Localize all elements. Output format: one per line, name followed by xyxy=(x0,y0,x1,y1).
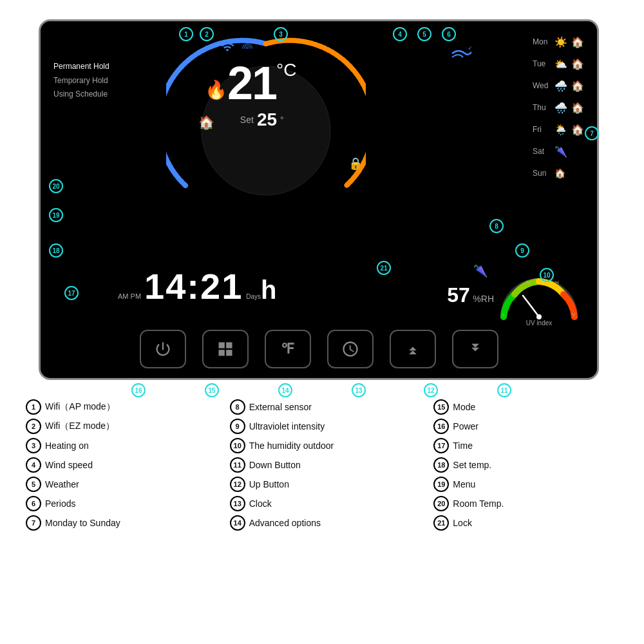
legend-item-1: 1 Wifi（AP mode） xyxy=(26,399,211,415)
legend-label-19: Menu xyxy=(453,479,475,489)
callout-4: 4 xyxy=(393,27,407,41)
am-pm-label: AM PM xyxy=(118,292,141,300)
heating-on-icon: 🔥 xyxy=(205,79,227,100)
legend-num-16: 16 xyxy=(433,419,449,434)
callout-20: 20 xyxy=(49,179,63,193)
legend-item-17: 17 Time xyxy=(433,438,618,453)
humidity-unit: %RH xyxy=(473,294,494,304)
callout-14: 14 xyxy=(278,383,292,397)
legend-item-8: 8 External sensor xyxy=(230,399,415,415)
callout-19: 19 xyxy=(49,208,63,222)
wind-speed-icon xyxy=(449,41,475,70)
legend-num-13: 13 xyxy=(230,496,245,511)
down-button[interactable] xyxy=(452,330,498,368)
callout-6: 6 xyxy=(442,27,456,41)
callout-8: 8 xyxy=(489,219,504,233)
legend-label-18: Set temp. xyxy=(453,460,491,470)
legend-item-9: 9 Ultraviolet intensity xyxy=(230,419,415,434)
legend-num-10: 10 xyxy=(230,438,245,453)
weather-icon-sun: 🏠 xyxy=(554,168,565,178)
legend-num-1: 1 xyxy=(26,399,41,415)
legend-label-17: Time xyxy=(453,440,473,451)
permanent-hold: Permanent Hold xyxy=(53,60,182,74)
legend-item-14: 14 Advanced options xyxy=(230,515,415,531)
lock-icon: 🔒 xyxy=(348,156,363,171)
hold-options-panel: Permanent Hold Temporary Hold Using Sche… xyxy=(53,60,182,102)
legend-num-12: 12 xyxy=(230,477,245,492)
legend-num-19: 19 xyxy=(433,477,449,492)
power-button[interactable] xyxy=(140,330,186,368)
device-screen: 🔥 🏠 21 °C Set 25 ° 🔒 Permanent Hold Temp… xyxy=(41,21,597,378)
legend-num-9: 9 xyxy=(230,419,245,434)
legend-item-2: 2 Wifi（EZ mode） xyxy=(26,419,211,434)
legend-label-10: The humidity outdoor xyxy=(249,440,334,451)
legend-label-20: Room Temp. xyxy=(453,498,504,509)
legend-num-7: 7 xyxy=(26,515,41,531)
legend-label-2: Wifi（EZ mode） xyxy=(45,421,115,432)
legend-label-13: Clock xyxy=(249,498,272,509)
legend-item-4: 4 Wind speed xyxy=(26,457,211,473)
legend-item-16: 16 Power xyxy=(433,419,618,434)
mode-button[interactable] xyxy=(202,330,249,368)
uv-label: UV index xyxy=(497,319,581,327)
callout-16: 16 xyxy=(131,383,146,397)
home-icon-thu: 🏠 xyxy=(571,102,584,114)
day-row-fri: Fri 🌦️ 🏠 xyxy=(533,118,584,140)
days-schedule: Mon ☀️ 🏠 Tue ⛅ 🏠 Wed 🌧️ 🏠 Thu 🌧️ 🏠 Fri xyxy=(533,31,584,184)
thermostat-device: 🔥 🏠 21 °C Set 25 ° 🔒 Permanent Hold Temp… xyxy=(39,19,599,380)
legend-num-15: 15 xyxy=(433,399,449,415)
callout-3: 3 xyxy=(274,27,288,41)
main-temperature: 21 xyxy=(227,60,276,106)
day-row-wed: Wed 🌧️ 🏠 xyxy=(533,75,584,97)
legend-item-7: 7 Monday to Sunday xyxy=(26,515,211,531)
weather-icon-fri: 🌦️ xyxy=(554,124,567,136)
uv-gauge: L M H V UV index xyxy=(497,275,581,320)
clock-button[interactable] xyxy=(327,330,374,368)
legend-label-4: Wind speed xyxy=(45,460,93,470)
days-label: Days xyxy=(246,293,261,300)
weather-icon-sat: 🌂 xyxy=(554,146,567,158)
legend-num-17: 17 xyxy=(433,438,449,453)
legend-label-11: Down Button xyxy=(249,460,301,470)
callout-12: 12 xyxy=(424,383,438,397)
svg-text:L: L xyxy=(502,312,506,317)
legend-num-8: 8 xyxy=(230,399,245,415)
callout-1: 1 xyxy=(179,27,193,41)
callout-10: 10 xyxy=(540,268,554,282)
control-buttons: ℉ xyxy=(41,330,597,368)
legend-label-8: External sensor xyxy=(249,402,312,412)
legend-label-3: Heating on xyxy=(45,440,89,451)
day-wed: Wed xyxy=(533,81,551,90)
home-icon-mon: 🏠 xyxy=(571,36,584,48)
legend-label-1: Wifi（AP mode） xyxy=(45,401,115,413)
legend-item-5: 5 Weather xyxy=(26,477,211,492)
time-display: 14:21 xyxy=(144,265,243,307)
legend-item-21: 21 Lock xyxy=(433,515,618,531)
svg-text:V: V xyxy=(572,312,576,317)
legend-item-18: 18 Set temp. xyxy=(433,457,618,473)
day-tue: Tue xyxy=(533,59,551,68)
legend-item-15: 15 Mode xyxy=(433,399,618,415)
weather-icon-tue: ⛅ xyxy=(554,58,567,70)
legend-label-21: Lock xyxy=(453,518,472,528)
legend-label-7: Monday to Sunday xyxy=(45,518,120,528)
humidity-display: 57 %RH xyxy=(447,283,494,307)
callout-2: 2 xyxy=(200,27,214,41)
legend-item-3: 3 Heating on xyxy=(26,438,211,453)
legend-label-15: Mode xyxy=(453,402,475,412)
legend-item-20: 20 Room Temp. xyxy=(433,496,618,511)
callout-17: 17 xyxy=(64,286,79,300)
home-icon-fri: 🏠 xyxy=(571,124,584,136)
set-temp-row: Set 25 ° xyxy=(227,109,297,130)
up-button[interactable] xyxy=(390,330,436,368)
callout-11: 11 xyxy=(497,383,511,397)
legend-label-9: Ultraviolet intensity xyxy=(249,421,325,431)
hold-text: Permanent Hold Temporary Hold Using Sche… xyxy=(53,60,182,102)
legend-section: 1 Wifi（AP mode） 2 Wifi（EZ mode） 3 Heatin… xyxy=(26,399,618,531)
legend-label-12: Up Button xyxy=(249,479,289,489)
advanced-button[interactable]: ℉ xyxy=(265,330,311,368)
weather-icon-mon: ☀️ xyxy=(554,36,567,48)
legend-num-5: 5 xyxy=(26,477,41,492)
legend-item-10: 10 The humidity outdoor xyxy=(230,438,415,453)
legend-num-2: 2 xyxy=(26,419,41,434)
